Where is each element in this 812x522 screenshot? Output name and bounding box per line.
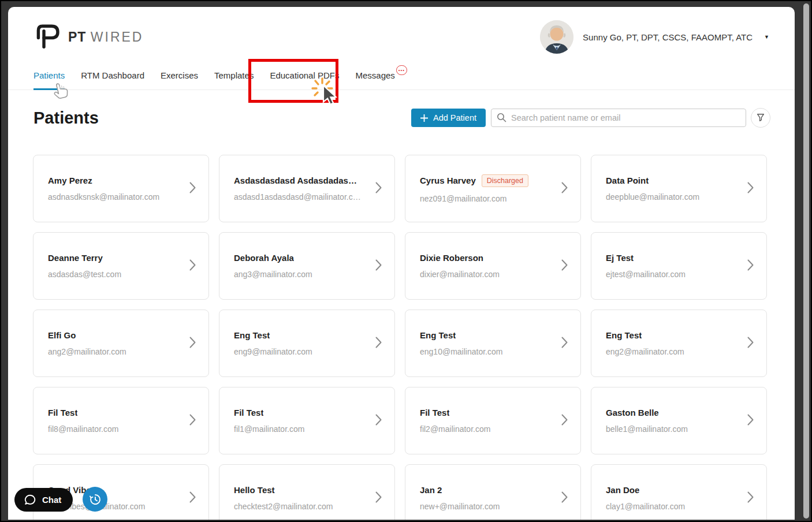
patient-email: ang3@mailinator.com [234, 270, 362, 279]
patient-card[interactable]: Asdasdasdasd Asdasdadasdass asdasd1asdas… [219, 155, 395, 222]
chat-button-label: Chat [42, 495, 61, 505]
patient-email: asdasdas@test.com [48, 270, 176, 279]
patient-name: Fil Test [234, 408, 263, 417]
user-name: Sunny Go, PT, DPT, CSCS, FAAOMPT, ATC [583, 32, 753, 42]
logo-text-light: WIRED [91, 29, 144, 44]
patient-email: eng10@mailinator.com [420, 347, 548, 356]
pt-wired-logo: PT WIRED [33, 20, 143, 54]
filter-button[interactable] [751, 108, 770, 128]
mouse-cursor-icon [322, 85, 340, 107]
patient-card[interactable]: Deanne Terry asdasdas@test.com [33, 232, 209, 300]
patient-card[interactable]: Ej Test ejtest@mailinator.com [591, 232, 767, 300]
hand-cursor-icon [50, 80, 70, 103]
chevron-right-icon [561, 337, 568, 351]
patient-name: Eng Test [234, 330, 270, 340]
patient-email: dixier@mailinator.com [420, 270, 548, 279]
patient-email: eng2@mailinator.com [606, 347, 734, 356]
patient-name: Deborah Ayala [234, 253, 294, 263]
patient-email: ejtest@mailinator.com [606, 270, 734, 279]
search-icon [497, 113, 506, 125]
patient-grid: Amy Perez asdnasdksnsk@mailinator.com As… [8, 155, 795, 520]
patient-name: Asdasdasdasd Asdasdadasdass [234, 176, 362, 185]
patient-card[interactable]: Eng Test eng9@mailinator.com [219, 310, 395, 377]
main-nav: Patients RTM Dashboard Exercises Templat… [8, 61, 795, 90]
chat-button[interactable]: Chat [14, 488, 73, 512]
tab-messages[interactable]: Messages ••• [355, 61, 407, 90]
filter-funnel-icon [755, 113, 766, 123]
patient-name: Cyrus Harvey [420, 176, 476, 185]
tab-rtm-dashboard[interactable]: RTM Dashboard [81, 61, 144, 90]
chevron-right-icon [747, 337, 754, 351]
patient-card[interactable]: Fil Test fil1@mailinator.com [219, 387, 395, 454]
chevron-right-icon [375, 182, 382, 196]
chevron-right-icon [561, 414, 568, 428]
patient-email: ang2@mailinator.com [48, 347, 176, 356]
chevron-right-icon [189, 259, 196, 273]
patient-email: belle1@mailinator.com [606, 424, 734, 434]
chevron-right-icon [561, 491, 568, 505]
logo-text: PT WIRED [68, 29, 143, 45]
patient-card[interactable]: Elfi Go ang2@mailinator.com [33, 310, 209, 377]
vertical-scrollbar[interactable] [803, 3, 809, 519]
patient-card[interactable]: Fil Test fil2@mailinator.com [405, 387, 581, 454]
patient-name: Jan 2 [420, 485, 442, 495]
logo-text-bold: PT [68, 29, 86, 44]
patient-name: Hello Test [234, 485, 275, 495]
chevron-right-icon [747, 182, 754, 196]
logo-p-icon [33, 20, 61, 54]
tab-label: Templates [214, 70, 254, 80]
patients-toolbar: Patients Add Patient [8, 107, 795, 128]
chevron-down-icon: ▼ [764, 34, 769, 40]
patient-email: asdnasdksnsk@mailinator.com [48, 192, 176, 202]
page-title: Patients [33, 109, 411, 128]
chevron-right-icon [189, 337, 196, 351]
search-input[interactable] [491, 109, 746, 127]
patient-card[interactable]: Jan 2 new+@mailinator.com [405, 464, 581, 520]
patient-name: Eng Test [420, 330, 456, 340]
recent-activity-button[interactable] [83, 487, 107, 512]
tab-exercises[interactable]: Exercises [161, 61, 198, 90]
chevron-right-icon [561, 259, 568, 273]
user-menu[interactable]: Sunny Go, PT, DPT, CSCS, FAAOMPT, ATC ▼ [540, 20, 769, 54]
patient-email: clay1@mailinator.com [606, 502, 734, 511]
patient-name: Data Point [606, 176, 649, 185]
patient-name: Eng Test [606, 330, 642, 340]
app-page: PT WIRED Sunny Go, PT, DPT, [8, 7, 795, 520]
patient-card[interactable]: Data Point deepblue@mailinator.com [591, 155, 767, 222]
chevron-right-icon [561, 182, 568, 196]
patient-card[interactable]: Eng Test eng2@mailinator.com [591, 310, 767, 377]
tab-templates[interactable]: Templates [214, 61, 254, 90]
patient-card[interactable]: Gaston Belle belle1@mailinator.com [591, 387, 767, 454]
patient-name: Ej Test [606, 253, 634, 263]
chevron-right-icon [747, 414, 754, 428]
patient-card[interactable]: Dixie Roberson dixier@mailinator.com [405, 232, 581, 300]
chevron-right-icon [375, 259, 382, 273]
tab-label: Patients [33, 70, 65, 80]
patient-card[interactable]: Amy Perez asdnasdksnsk@mailinator.com [33, 155, 209, 222]
chevron-right-icon [747, 491, 754, 505]
patient-card[interactable]: Deborah Ayala ang3@mailinator.com [219, 232, 395, 300]
tab-label: RTM Dashboard [81, 70, 144, 80]
patient-email: eng9@mailinator.com [234, 347, 362, 356]
patient-card[interactable]: Cyrus Harvey Discharged nez091@mailinato… [405, 155, 581, 222]
add-patient-button[interactable]: Add Patient [411, 109, 486, 127]
patient-name: Amy Perez [48, 176, 92, 185]
chevron-right-icon [189, 414, 196, 428]
patient-card[interactable]: Jan Doe clay1@mailinator.com [591, 464, 767, 520]
patient-card[interactable]: Fil Test fil8@mailinator.com [33, 387, 209, 454]
chevron-right-icon [189, 491, 196, 505]
patient-email: checktest2@mailinator.com [234, 502, 362, 511]
tab-label: Messages [355, 70, 394, 80]
chevron-right-icon [747, 259, 754, 273]
patient-name: Fil Test [48, 408, 77, 417]
patient-email: nez091@mailinator.com [420, 194, 548, 203]
tab-label: Exercises [161, 70, 198, 80]
add-patient-label: Add Patient [433, 113, 476, 122]
search-box [491, 109, 746, 127]
patient-card[interactable]: Eng Test eng10@mailinator.com [405, 310, 581, 377]
patient-email: fil2@mailinator.com [420, 424, 548, 434]
discharged-badge: Discharged [482, 174, 528, 187]
clock-history-icon [88, 493, 102, 506]
patient-name: Dixie Roberson [420, 253, 483, 263]
patient-card[interactable]: Hello Test checktest2@mailinator.com [219, 464, 395, 520]
